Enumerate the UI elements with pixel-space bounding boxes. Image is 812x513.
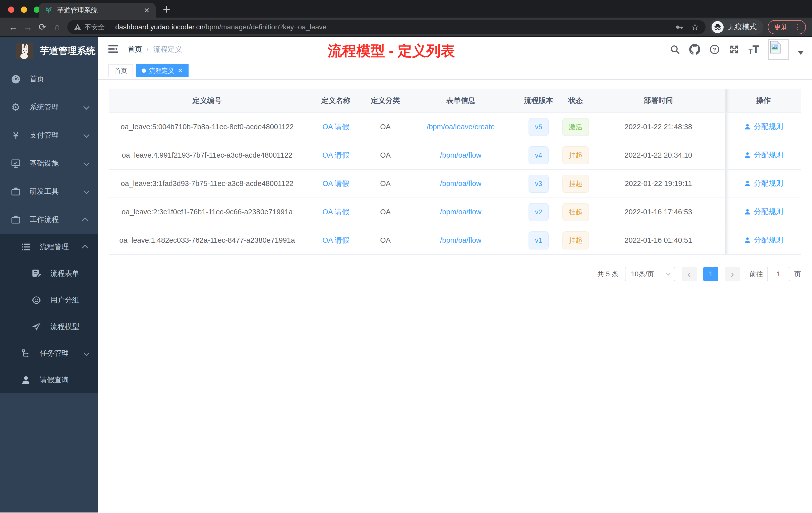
form-info-link[interactable]: /bpm/oa/leave/create	[427, 123, 495, 131]
dashboard-icon	[10, 74, 22, 84]
version-badge: v2	[528, 203, 549, 221]
window-close-button[interactable]	[8, 6, 14, 13]
sidebar-item-dev-tools[interactable]: 研发工具	[0, 177, 98, 206]
table-row: oa_leave:4:991f2193-7b7f-11ec-a3c8-acde4…	[109, 141, 801, 170]
workflow-submenu: 流程管理 流程表单	[0, 234, 98, 393]
bookmark-star-icon[interactable]: ☆	[691, 22, 699, 32]
tag-close-icon[interactable]: ✕	[178, 67, 182, 74]
url-path: /bpm/manager/definition?key=oa_leave	[204, 23, 327, 31]
assign-rule-button[interactable]: 分配规则	[744, 150, 783, 160]
sidebar-item-label: 基础设施	[30, 158, 59, 169]
font-size-icon[interactable]: TT	[749, 44, 759, 55]
form-info-link[interactable]: /bpm/oa/flow	[440, 208, 481, 216]
deploy-time: 2022-01-16 01:40:51	[591, 226, 726, 254]
window-minimize-button[interactable]	[21, 6, 27, 13]
reload-button[interactable]: ⟳	[35, 22, 50, 32]
chevron-down-icon	[83, 350, 89, 356]
search-icon[interactable]	[670, 44, 680, 55]
table-row: oa_leave:2:3c1f0ef1-76b1-11ec-9c66-a2380…	[109, 198, 801, 226]
breadcrumb-home[interactable]: 首页	[127, 44, 142, 55]
table-row: oa_leave:3:1fad3d93-7b75-11ec-a3c8-acde4…	[109, 170, 801, 198]
incognito-icon	[712, 21, 724, 33]
deploy-time: 2022-01-16 17:46:53	[591, 198, 726, 226]
col-deploy-time: 部署时间	[591, 89, 726, 113]
page-size-value: 10条/页	[631, 270, 654, 279]
assign-rule-button[interactable]: 分配规则	[744, 122, 783, 132]
help-icon[interactable]: ?	[709, 44, 720, 55]
form-edit-icon	[31, 269, 42, 278]
assign-rule-button[interactable]: 分配规则	[744, 235, 783, 245]
sidebar-item-user-group[interactable]: 用户分组	[0, 287, 98, 313]
definition-name-link[interactable]: OA 请假	[322, 236, 349, 244]
definition-category: OA	[367, 141, 404, 170]
page-number-button[interactable]: 1	[703, 267, 718, 281]
browser-update-button[interactable]: 更新 ⋮	[768, 20, 806, 34]
sidebar-item-workflow[interactable]: 工作流程	[0, 206, 98, 234]
sidebar-toggle-button[interactable]	[108, 44, 118, 55]
password-key-icon[interactable]	[675, 23, 684, 31]
definition-id: oa_leave:3:1fad3d93-7b75-11ec-a3c8-acde4…	[109, 170, 305, 198]
sidebar-item-task-management[interactable]: 任务管理	[0, 340, 98, 367]
sidebar: 芋道管理系统 首页 ⚙ 系统管理 ¥ 支付管理	[0, 37, 98, 513]
update-label: 更新	[774, 22, 788, 32]
avatar[interactable]	[768, 39, 789, 60]
browser-tab-title: 芋道管理系统	[57, 6, 141, 15]
assign-rule-button[interactable]: 分配规则	[744, 207, 783, 217]
sidebar-item-label: 首页	[30, 74, 44, 84]
breadcrumb: 首页 / 流程定义	[127, 44, 182, 55]
assign-rule-button[interactable]: 分配规则	[744, 178, 783, 188]
home-button[interactable]: ⌂	[50, 22, 64, 32]
sidebar-item-label: 支付管理	[30, 130, 59, 140]
active-dot	[142, 68, 146, 73]
sidebar-item-payment[interactable]: ¥ 支付管理	[0, 121, 98, 149]
svg-text:?: ?	[713, 46, 716, 53]
user-icon	[744, 237, 751, 244]
sidebar-item-home[interactable]: 首页	[0, 65, 98, 93]
sidebar-item-leave-query[interactable]: 请假查询	[0, 367, 98, 393]
back-button[interactable]: ←	[6, 22, 21, 32]
browser-tab[interactable]: 芋道管理系统 ✕	[39, 3, 156, 18]
chevron-down-icon	[83, 160, 89, 165]
sidebar-item-process-form[interactable]: 流程表单	[0, 260, 98, 287]
window-controls[interactable]	[8, 6, 40, 13]
page-size-select[interactable]: 10条/页	[625, 267, 675, 281]
address-bar[interactable]: 不安全 dashboard.yudao.iocoder.cn/bpm/manag…	[67, 20, 705, 34]
tag-home[interactable]: 首页	[109, 64, 133, 77]
user-icon	[744, 208, 751, 215]
sidebar-item-process-management[interactable]: 流程管理	[0, 234, 98, 260]
prev-page-button[interactable]: ‹	[682, 267, 697, 281]
status-badge: 激活	[562, 118, 589, 136]
tags-view-bar: 首页 流程定义 ✕	[98, 62, 812, 80]
forward-button[interactable]: →	[21, 22, 35, 32]
tag-process-definition[interactable]: 流程定义 ✕	[136, 64, 188, 77]
col-status: 状态	[560, 89, 591, 113]
logo-image	[16, 43, 33, 59]
sidebar-item-system[interactable]: ⚙ 系统管理	[0, 93, 98, 121]
definition-category: OA	[367, 170, 404, 198]
sidebar-item-process-model[interactable]: 流程模型	[0, 313, 98, 340]
fullscreen-icon[interactable]	[729, 44, 740, 55]
next-page-button[interactable]: ›	[725, 267, 740, 281]
github-icon[interactable]	[689, 44, 700, 55]
pagination-total: 共 5 条	[597, 270, 618, 279]
form-info-link[interactable]: /bpm/oa/flow	[440, 236, 481, 244]
definition-name-link[interactable]: OA 请假	[322, 208, 349, 216]
sidebar-item-infrastructure[interactable]: 基础设施	[0, 149, 98, 177]
definition-name-link[interactable]: OA 请假	[322, 123, 349, 131]
site-favicon-icon	[45, 6, 53, 14]
not-secure-label[interactable]: 不安全	[84, 23, 105, 32]
yuan-icon: ¥	[10, 130, 22, 140]
tab-close-icon[interactable]: ✕	[144, 6, 150, 14]
goto-page-input[interactable]	[767, 267, 790, 281]
form-info-link[interactable]: /bpm/oa/flow	[440, 151, 481, 159]
definition-category: OA	[367, 226, 404, 254]
definition-name-link[interactable]: OA 请假	[322, 179, 349, 187]
table-header-row: 定义编号 定义名称 定义分类 表单信息 流程版本 状态 部署时间 操作	[109, 89, 801, 113]
definition-name-link[interactable]: OA 请假	[322, 151, 349, 159]
browser-menu-icon[interactable]: ⋮	[793, 23, 801, 31]
new-tab-button[interactable]: +	[163, 2, 170, 17]
deploy-time: 2022-01-22 20:34:10	[591, 141, 726, 170]
caret-down-icon[interactable]	[798, 51, 804, 55]
form-info-link[interactable]: /bpm/oa/flow	[440, 179, 481, 187]
version-badge: v5	[528, 118, 549, 136]
